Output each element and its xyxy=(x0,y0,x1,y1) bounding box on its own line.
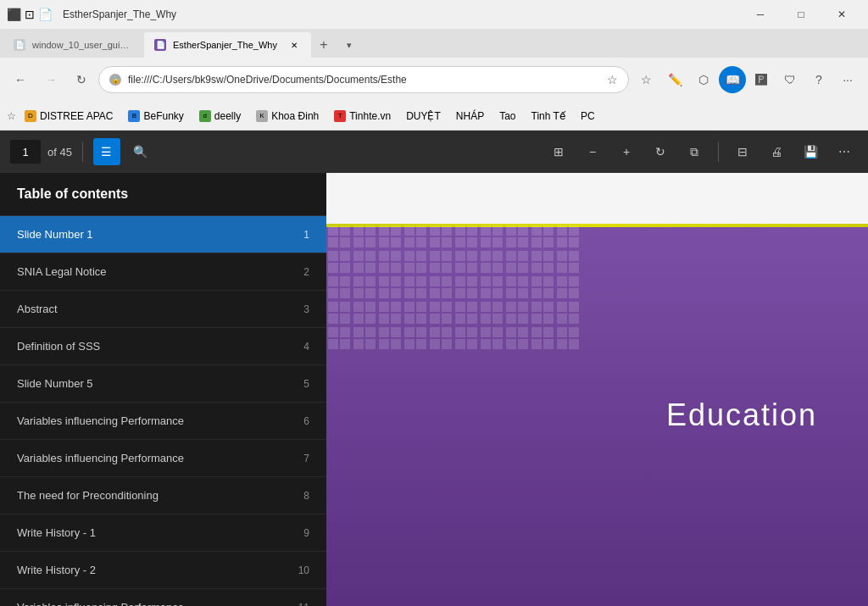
split-view-button[interactable]: ⧉ xyxy=(681,138,708,165)
tab-label-esther: EstherSpanjer_The_Why xyxy=(173,40,277,50)
view-mode-button[interactable]: ⊟ xyxy=(729,138,756,165)
bookmark-tinhte-icon: T xyxy=(334,110,346,122)
svg-rect-4 xyxy=(326,224,581,351)
refresh-button[interactable]: ↻ xyxy=(68,66,95,93)
toc-item-label-2: Abstract xyxy=(17,303,58,315)
search-button[interactable]: 🔍 xyxy=(127,138,154,165)
toc-item-10[interactable]: Variables influencing Performance 11 xyxy=(0,589,326,606)
toc-item-1[interactable]: SNIA Legal Notice 2 xyxy=(0,253,326,291)
maximize-button[interactable]: □ xyxy=(782,0,821,29)
bookmark-tinhte[interactable]: T Tinhte.vn xyxy=(327,107,398,125)
toc-item-label-9: Write History - 2 xyxy=(17,564,96,576)
title-bar-text: EstherSpanjer_The_Why xyxy=(59,8,737,20)
tab-favicon-pdf: 📄 xyxy=(14,39,25,51)
read-aloud-button[interactable]: 📖 xyxy=(719,66,746,93)
pdf-page-bottom: Education xyxy=(326,224,868,606)
pdf-more-button[interactable]: ⋯ xyxy=(831,138,858,165)
bookmark-befunky[interactable]: B BeFunky xyxy=(121,107,190,125)
save-button[interactable]: 💾 xyxy=(797,138,824,165)
window-icon: ⬛ ⊡ 📄 xyxy=(7,8,53,21)
bookmark-tao[interactable]: Tao xyxy=(492,107,522,125)
pdf-page: Education xyxy=(326,173,868,606)
url-bar[interactable]: 🔒 file:///C:/Users/bk9sw/OneDrive/Docume… xyxy=(98,66,629,93)
toc-header: Table of contents xyxy=(0,173,326,216)
toc-item-8[interactable]: Write History - 1 9 xyxy=(0,514,326,552)
toc-item-label-6: Variables influencing Performance xyxy=(17,452,184,464)
help-button[interactable]: ? xyxy=(805,66,832,93)
pdf-view: Education xyxy=(326,173,868,606)
bookmark-nhap[interactable]: NHÁP xyxy=(449,107,491,125)
page-total: of 45 xyxy=(47,146,72,158)
toc-item-label-7: The need for Preconditioning xyxy=(17,489,159,502)
address-bar: ← → ↻ 🔒 file:///C:/Users/bk9sw/OneDrive/… xyxy=(0,58,868,102)
toolbar-divider-2 xyxy=(718,142,719,162)
toc-item-4[interactable]: Slide Number 5 5 xyxy=(0,365,326,403)
tab-favicon-esther: 📄 xyxy=(154,39,166,51)
more-button[interactable]: ··· xyxy=(834,66,861,93)
collections-button[interactable]: ☆ xyxy=(632,66,659,93)
toc-item-num-5: 6 xyxy=(289,415,309,427)
shield-button[interactable]: 🛡 xyxy=(776,66,804,93)
tab-esther[interactable]: 📄 EstherSpanjer_The_Why ✕ xyxy=(144,32,311,58)
toc-item-num-3: 4 xyxy=(289,341,309,353)
bookmark-pc[interactable]: PC xyxy=(574,107,602,125)
share-button[interactable]: ⬡ xyxy=(690,66,717,93)
tab-dropdown-button[interactable]: ▾ xyxy=(337,32,362,58)
toc-item-label-5: Variables influencing Performance xyxy=(17,414,184,427)
toc-toggle-button[interactable]: ☰ xyxy=(93,138,120,165)
pen-button[interactable]: ✏️ xyxy=(661,66,688,93)
ssl-icon: 🔒 xyxy=(109,74,121,86)
page-number-input[interactable] xyxy=(10,140,41,164)
close-button[interactable]: ✕ xyxy=(822,0,861,29)
bookmark-distree-label: DISTREE APAC xyxy=(40,110,113,122)
bookmark-tinhtevn-label: Tinh Tế xyxy=(531,110,565,122)
toc-item-0[interactable]: Slide Number 1 1 xyxy=(0,216,326,253)
bookmark-tinhte-label: Tinhte.vn xyxy=(349,110,391,122)
toc-item-label-1: SNIA Legal Notice xyxy=(17,265,107,278)
toc-item-label-0: Slide Number 1 xyxy=(17,228,93,241)
bookmark-khoa[interactable]: K Khoa Đinh xyxy=(249,107,326,125)
toc-item-5[interactable]: Variables influencing Performance 6 xyxy=(0,403,326,440)
bookmark-deelly-label: deelly xyxy=(214,110,241,122)
tab-bar: 📄 window_10_user_guide.pdf 📄 EstherSpanj… xyxy=(0,29,868,58)
new-tab-button[interactable]: + xyxy=(311,32,337,58)
toolbar-icons: ☆ ✏️ ⬡ 📖 🅿 🛡 ? ··· xyxy=(632,66,861,93)
toc-item-3[interactable]: Definition of SSS 4 xyxy=(0,328,326,365)
toc-item-num-0: 1 xyxy=(289,229,309,241)
window-controls: ─ □ ✕ xyxy=(741,0,861,29)
bookmark-distree[interactable]: D DISTREE APAC xyxy=(18,107,120,125)
toc-item-num-7: 8 xyxy=(289,490,309,502)
minimize-button[interactable]: ─ xyxy=(741,0,780,29)
zoom-in-button[interactable]: + xyxy=(613,138,640,165)
bookmark-befunky-icon: B xyxy=(128,110,140,122)
fit-page-button[interactable]: ⊞ xyxy=(545,138,572,165)
forward-button[interactable]: → xyxy=(37,66,64,93)
pocket-button[interactable]: 🅿 xyxy=(748,66,775,93)
bookmarks-bar: ☆ D DISTREE APAC B BeFunky d deelly K Kh… xyxy=(0,102,868,131)
toc-item-num-2: 3 xyxy=(289,303,309,315)
bookmark-distree-icon: D xyxy=(25,110,36,122)
tab-pdf[interactable]: 📄 window_10_user_guide.pdf xyxy=(3,32,144,58)
pdf-page-top xyxy=(326,173,868,224)
tab-close-button[interactable]: ✕ xyxy=(287,38,301,52)
toc-item-label-8: Write History - 1 xyxy=(17,526,96,539)
bookmark-deelly-icon: d xyxy=(199,110,211,122)
zoom-out-button[interactable]: − xyxy=(579,138,606,165)
toc-item-9[interactable]: Write History - 2 10 xyxy=(0,552,326,589)
bookmark-deelly[interactable]: d deelly xyxy=(192,107,248,125)
print-button[interactable]: 🖨 xyxy=(763,138,790,165)
toc-item-num-6: 7 xyxy=(289,453,309,464)
toc-item-num-1: 2 xyxy=(289,266,309,278)
toc-item-2[interactable]: Abstract 3 xyxy=(0,291,326,328)
toc-item-6[interactable]: Variables influencing Performance 7 xyxy=(0,440,326,477)
pdf-toolbar: of 45 ☰ 🔍 ⊞ − + ↻ ⧉ ⊟ 🖨 💾 ⋯ xyxy=(0,131,868,173)
bookmark-duyet[interactable]: DUYỆT xyxy=(399,107,448,125)
url-text: file:///C:/Users/bk9sw/OneDrive/Document… xyxy=(128,74,600,86)
bookmark-star-icon[interactable]: ☆ xyxy=(607,73,618,86)
main-content: Table of contents Slide Number 1 1 SNIA … xyxy=(0,173,868,606)
back-button[interactable]: ← xyxy=(7,66,34,93)
bookmark-tinhtevn[interactable]: Tinh Tế xyxy=(525,107,572,125)
toc-item-7[interactable]: The need for Preconditioning 8 xyxy=(0,477,326,514)
rotate-button[interactable]: ↻ xyxy=(647,138,674,165)
toc-item-label-10: Variables influencing Performance xyxy=(17,601,184,606)
